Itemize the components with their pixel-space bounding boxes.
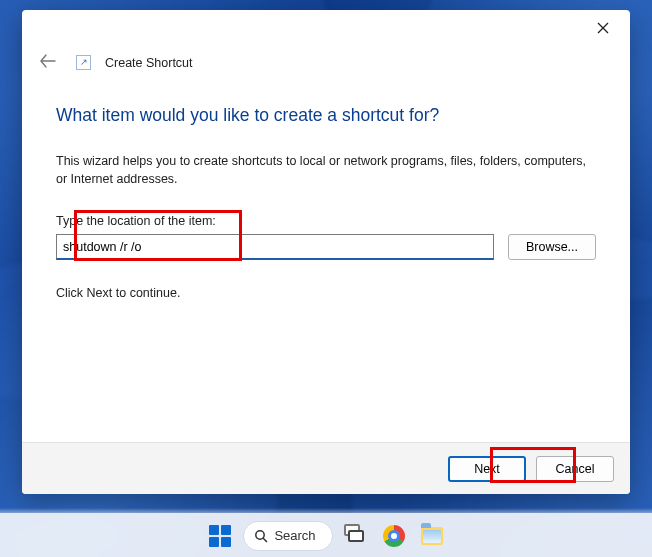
help-text: This wizard helps you to create shortcut… — [56, 152, 596, 188]
task-view-button[interactable] — [341, 521, 371, 551]
nav-row: ↗ Create Shortcut — [22, 46, 630, 83]
titlebar — [22, 10, 630, 46]
create-shortcut-dialog: ↗ Create Shortcut What item would you li… — [22, 10, 630, 494]
chrome-taskbar-button[interactable] — [379, 521, 409, 551]
windows-logo-icon — [209, 525, 219, 535]
shortcut-icon: ↗ — [76, 55, 91, 70]
browse-button[interactable]: Browse... — [508, 234, 596, 260]
wizard-title: Create Shortcut — [105, 56, 193, 70]
close-button[interactable] — [582, 14, 624, 42]
chrome-icon — [383, 525, 405, 547]
close-icon — [597, 22, 609, 34]
back-button[interactable] — [34, 50, 62, 75]
next-button[interactable]: Next — [448, 456, 526, 482]
taskview-icon — [348, 530, 364, 542]
taskbar-top-sheen — [0, 508, 652, 514]
start-button[interactable] — [205, 521, 235, 551]
folder-icon — [421, 527, 443, 545]
file-explorer-taskbar-button[interactable] — [417, 521, 447, 551]
taskbar-search[interactable]: Search — [243, 521, 332, 551]
dialog-footer: Next Cancel — [22, 442, 630, 494]
cancel-button[interactable]: Cancel — [536, 456, 614, 482]
search-icon — [254, 529, 268, 543]
taskbar: Search — [0, 513, 652, 557]
svg-point-0 — [256, 530, 264, 538]
arrow-left-icon — [40, 54, 56, 68]
search-label: Search — [274, 528, 315, 543]
location-input[interactable] — [56, 234, 494, 260]
content-area: What item would you like to create a sho… — [22, 83, 630, 442]
page-heading: What item would you like to create a sho… — [56, 105, 596, 126]
location-row: Browse... — [56, 234, 596, 260]
location-label: Type the location of the item: — [56, 214, 596, 228]
continue-hint: Click Next to continue. — [56, 286, 596, 300]
